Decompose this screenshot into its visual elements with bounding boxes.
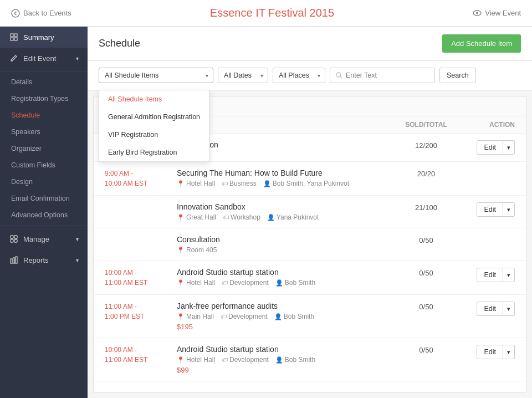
dropdown-item-all[interactable]: All Shedule Items	[99, 90, 209, 108]
date-filter-wrapper[interactable]: All Dates ▾	[218, 68, 268, 83]
reports-chevron: ▾	[76, 257, 79, 263]
sidebar-item-design[interactable]: Design	[0, 174, 88, 190]
sidebar-edit-event[interactable]: Edit Event ▾	[0, 48, 88, 69]
manage-icon	[9, 234, 19, 244]
back-to-events[interactable]: Back to Events	[11, 9, 71, 18]
sidebar-item-email-confirmation[interactable]: Email Confirmation	[0, 190, 88, 207]
table-row: Consultation 📍 Room 405 0/50	[94, 228, 526, 261]
meta-place: 📍 Hotel Hall	[177, 356, 215, 364]
row-title: Android Studio startup station	[177, 345, 393, 354]
place-filter-select[interactable]: All Places	[273, 68, 325, 83]
row-sold: 12/200	[393, 140, 459, 150]
edit-dropdown-button[interactable]: ▾	[503, 202, 515, 217]
meta-place: 📍 Main Hall	[177, 313, 214, 320]
sidebar-reports[interactable]: Reports ▾	[0, 249, 88, 271]
row-info: Jank-free performance audits 📍 Main Hall…	[177, 302, 393, 331]
svg-rect-5	[11, 38, 13, 40]
meta-speaker: 👤 Bob Smith	[275, 356, 315, 364]
main-layout: Summary Edit Event ▾ Details Registratio…	[0, 27, 532, 398]
edit-button[interactable]: Edit	[477, 202, 503, 217]
location-icon: 📍	[177, 279, 185, 287]
meta-type: 🏷 Development	[221, 313, 268, 320]
meta-place: 📍 Hotel Hall	[177, 180, 215, 187]
svg-rect-12	[13, 258, 15, 263]
svg-rect-10	[14, 239, 17, 242]
row-sold: 0/50	[393, 235, 459, 244]
add-schedule-item-button[interactable]: Add Schedule Item	[442, 34, 521, 53]
sidebar-item-custom-fields[interactable]: Custom Fields	[0, 157, 88, 174]
sidebar-item-details[interactable]: Details	[0, 74, 88, 90]
edit-button[interactable]: Edit	[477, 268, 503, 282]
edit-dropdown-button[interactable]: ▾	[503, 345, 515, 359]
search-input[interactable]	[346, 72, 429, 79]
meta-place-text: Hotel Hall	[186, 356, 215, 364]
row-sold: 20/20	[393, 169, 459, 178]
view-event-label: View Event	[485, 9, 521, 17]
row-action: Edit ▾	[459, 268, 515, 282]
svg-rect-6	[14, 38, 17, 40]
back-icon	[11, 9, 20, 18]
meta-place: 📍 Great Hall	[177, 213, 216, 221]
sidebar-summary[interactable]: Summary	[0, 27, 88, 48]
svg-rect-13	[16, 257, 17, 263]
edit-dropdown-button[interactable]: ▾	[503, 140, 515, 155]
date-filter-select[interactable]: All Dates	[218, 68, 268, 83]
svg-rect-11	[11, 259, 12, 263]
meta-place-text: Great Hall	[186, 213, 216, 221]
row-sold: 0/50	[393, 268, 459, 277]
dropdown-item-early-bird[interactable]: Early Bird Registration	[99, 144, 209, 161]
tag-icon: 🏷	[221, 313, 227, 320]
sidebar-item-advanced-options[interactable]: Advanced Options	[0, 207, 88, 223]
content-header: Schedule Add Schedule Item	[88, 27, 532, 61]
search-box	[330, 68, 435, 83]
meta-place-text: Hotel Hall	[186, 180, 215, 187]
row-meta: 📍 Hotel Hall 🏷 Development 👤 Bob Smith	[177, 279, 393, 287]
meta-type: 🏷 Development	[222, 279, 269, 287]
manage-label: Manage	[23, 235, 49, 243]
table-row: 10:00 AM -11:00 AM EST Android Studio st…	[94, 261, 526, 295]
edit-button[interactable]: Edit	[477, 302, 503, 316]
col-header-sold: Sold/Total	[393, 121, 459, 129]
table-row: 11:00 AM -1:00 PM EST Jank-free performa…	[94, 295, 526, 338]
row-title: Consultation	[177, 235, 393, 244]
edit-dropdown-button[interactable]: ▾	[503, 302, 515, 316]
meta-speaker-text: Bob Smith	[285, 356, 315, 364]
dropdown-item-general[interactable]: General Admition Registration	[99, 108, 209, 126]
row-info: Android Studio startup station 📍 Hotel H…	[177, 268, 393, 287]
edit-button[interactable]: Edit	[477, 345, 503, 359]
location-icon: 📍	[177, 180, 185, 187]
type-filter-wrapper[interactable]: All Shedule Items General Admition Regis…	[99, 68, 213, 83]
content: Schedule Add Schedule Item All Shedule I…	[88, 27, 532, 398]
manage-chevron: ▾	[76, 236, 79, 242]
sidebar-item-registration-types[interactable]: Registration Types	[0, 90, 88, 107]
sidebar-item-organizer[interactable]: Organizer	[0, 140, 88, 157]
row-title: Android Studio startup station	[177, 268, 393, 277]
type-filter-select[interactable]: All Shedule Items General Admition Regis…	[99, 68, 213, 83]
meta-speaker-text: Yana Pukinvot	[277, 213, 319, 221]
sidebar-item-schedule[interactable]: Schedule	[0, 107, 88, 124]
edit-button[interactable]: Edit	[477, 140, 503, 155]
person-icon: 👤	[267, 214, 275, 221]
row-sold: 0/50	[393, 302, 459, 311]
view-event[interactable]: View Event	[473, 9, 521, 17]
svg-point-0	[12, 9, 19, 17]
row-info: Securing The Human: How to Build Future …	[177, 169, 393, 187]
row-action: Edit ▾	[459, 202, 515, 217]
search-button[interactable]: Search	[439, 68, 476, 83]
tag-icon: 🏷	[222, 180, 228, 187]
place-filter-wrapper[interactable]: All Places ▾	[273, 68, 325, 83]
row-price: $195	[177, 323, 393, 331]
edit-dropdown-button[interactable]: ▾	[503, 268, 515, 282]
row-info: Android Studio startup station 📍 Hotel H…	[177, 345, 393, 374]
row-meta: 📍 Hotel Hall 🏷 Development 👤 Bob Smith	[177, 356, 393, 364]
sidebar-item-speakers[interactable]: Speakers	[0, 124, 88, 140]
row-info: Innovation Sandbox 📍 Great Hall 🏷 Worksh…	[177, 202, 393, 221]
sidebar-manage[interactable]: Manage ▾	[0, 228, 88, 249]
person-icon: 👤	[275, 279, 283, 287]
meta-speaker-text: Bob Smith	[284, 313, 314, 320]
tag-icon: 🏷	[222, 356, 228, 363]
svg-point-14	[336, 73, 341, 77]
table-row: 10:00 AM -11:00 AM EST Android Studio st…	[94, 338, 526, 381]
person-icon: 👤	[274, 313, 282, 320]
dropdown-item-vip[interactable]: VIP Registration	[99, 126, 209, 144]
